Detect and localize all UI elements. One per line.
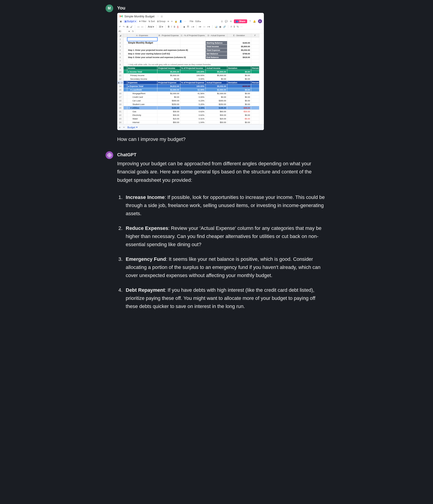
font-select[interactable]: Arial ▾ <box>148 26 154 28</box>
cell[interactable]: Car Loan <box>127 99 157 102</box>
cell[interactable]: Projected Income <box>157 66 180 70</box>
cell[interactable]: Total Expense <box>206 48 227 52</box>
cell[interactable]: 5.20% <box>180 102 206 106</box>
cell[interactable] <box>157 41 180 45</box>
cell[interactable] <box>157 45 180 48</box>
row-numbers[interactable]: ◢ 12345678 9101112▣ 13141516171819202122… <box>117 33 124 124</box>
cell[interactable]: $0.00 <box>227 70 251 74</box>
help-icon[interactable]: ? <box>250 20 251 23</box>
textcolor-icon[interactable]: A <box>177 26 179 28</box>
cell[interactable]: $250.00 <box>206 102 227 106</box>
cell[interactable]: Simple Monthly Budget <box>127 41 157 45</box>
cell[interactable]: $0.00 <box>157 77 180 81</box>
redo-icon[interactable]: ↷ <box>123 26 124 28</box>
cell[interactable]: $60.00 <box>206 110 227 113</box>
cell[interactable]: $5,800.00 <box>206 74 227 77</box>
cell[interactable]: -$220.00 <box>227 84 251 88</box>
zoom-icon[interactable]: ▭ <box>137 26 139 28</box>
cell[interactable]: 41.56% <box>180 92 206 95</box>
cell[interactable] <box>251 113 259 117</box>
cell[interactable]: $2,000.00 <box>157 92 180 95</box>
sort-menu[interactable]: ⇅ Sort <box>148 20 155 23</box>
cell[interactable]: Morgage/Rent <box>127 92 157 95</box>
cell[interactable]: Percen <box>251 66 259 70</box>
undo-icon[interactable]: ↶ <box>119 26 121 28</box>
cell[interactable] <box>251 77 259 81</box>
cell[interactable] <box>251 121 259 124</box>
cell[interactable]: ▸ Expense Total <box>127 84 157 88</box>
cell[interactable]: $918.00 <box>227 55 251 59</box>
cell[interactable] <box>227 37 251 41</box>
file-menu[interactable]: File <box>189 20 194 23</box>
cell[interactable]: $0.00 <box>227 92 251 95</box>
cell[interactable]: Step 2: Enter your starting balance (cel… <box>127 52 206 55</box>
cell[interactable] <box>251 59 259 63</box>
cell[interactable] <box>124 92 127 95</box>
cell[interactable]: % of Projected Expense <box>180 81 206 84</box>
cell[interactable]: Expenses <box>127 81 157 84</box>
cell[interactable]: 6.23% <box>180 99 206 102</box>
star-icon[interactable]: ☆ <box>157 15 159 18</box>
cell[interactable] <box>251 110 259 113</box>
cell[interactable]: 0.62% <box>180 110 206 113</box>
cell[interactable]: $0.00 <box>206 95 227 99</box>
history-icon[interactable]: ⟲ <box>230 20 232 23</box>
sheets-list-icon[interactable]: ≡ <box>119 126 121 129</box>
cell[interactable]: Percen <box>251 81 259 84</box>
sidebar-toggle-icon[interactable]: ▣ <box>119 20 122 23</box>
cell[interactable]: $300.00 <box>206 99 227 102</box>
cell[interactable]: $2,000.00 <box>206 92 227 95</box>
cell[interactable]: $0.00 <box>227 99 251 102</box>
worksheet[interactable]: Simple Monthly BudgetStarting Balance$15… <box>124 37 264 124</box>
cell[interactable]: 52.99% <box>180 88 206 92</box>
print-icon-2[interactable]: 🖶 <box>126 26 129 28</box>
add-sheet-icon[interactable]: ＋ <box>123 126 125 129</box>
cell[interactable]: $0.00 <box>206 77 227 81</box>
cell[interactable]: Water <box>127 117 157 121</box>
cell[interactable] <box>251 41 259 45</box>
strike-icon[interactable]: S <box>174 26 175 28</box>
cell[interactable] <box>180 41 206 45</box>
more-icon[interactable]: ⋯ <box>183 20 187 23</box>
select-all-corner[interactable]: ◢ <box>117 33 124 37</box>
cell[interactable]: Student Loan <box>127 102 157 106</box>
edit-menu[interactable]: Edit ▸ <box>195 20 201 23</box>
cell[interactable]: $4,812.00 <box>157 84 180 88</box>
cell[interactable] <box>124 121 127 124</box>
cell[interactable] <box>251 70 259 74</box>
cell[interactable] <box>124 110 127 113</box>
cell[interactable] <box>124 84 127 88</box>
cell[interactable]: Gas <box>127 110 157 113</box>
cell[interactable] <box>251 106 259 110</box>
cell[interactable]: $5,800.00 <box>206 70 227 74</box>
cell[interactable] <box>124 52 127 55</box>
cell[interactable] <box>251 92 259 95</box>
cell[interactable]: 100.00% <box>180 70 206 74</box>
cell[interactable]: $150.00 <box>227 41 251 45</box>
cell[interactable] <box>124 55 127 59</box>
cell[interactable]: $2,550.00 <box>157 88 180 92</box>
cell[interactable] <box>251 52 259 55</box>
cell[interactable] <box>206 59 227 63</box>
cell[interactable] <box>157 37 180 41</box>
cell[interactable]: Electricity <box>127 113 157 117</box>
cell[interactable]: 3.33% <box>180 106 206 110</box>
cell[interactable] <box>124 77 127 81</box>
filter-menu[interactable]: ▼ Filter <box>138 20 147 23</box>
cell[interactable] <box>206 37 227 41</box>
cell[interactable] <box>180 59 206 63</box>
cell-ref-chevron[interactable]: ▾ <box>127 29 131 33</box>
cell[interactable]: -$30.00 <box>227 110 251 113</box>
cell[interactable]: $20.00 <box>206 117 227 121</box>
cell[interactable] <box>124 117 127 121</box>
cell[interactable]: $0.00 <box>227 121 251 124</box>
cell[interactable] <box>251 102 259 106</box>
cell[interactable]: $5,800.00 <box>157 74 180 77</box>
cell[interactable]: End Balance <box>206 55 227 59</box>
cell[interactable] <box>124 95 127 99</box>
cell[interactable]: $5,032.00 <box>227 48 251 52</box>
cell[interactable]: 0.00% <box>180 77 206 81</box>
toolbar-icon-1[interactable]: ≋ <box>167 20 170 23</box>
cell[interactable] <box>124 106 127 110</box>
cell[interactable]: 0.00% <box>180 95 206 99</box>
